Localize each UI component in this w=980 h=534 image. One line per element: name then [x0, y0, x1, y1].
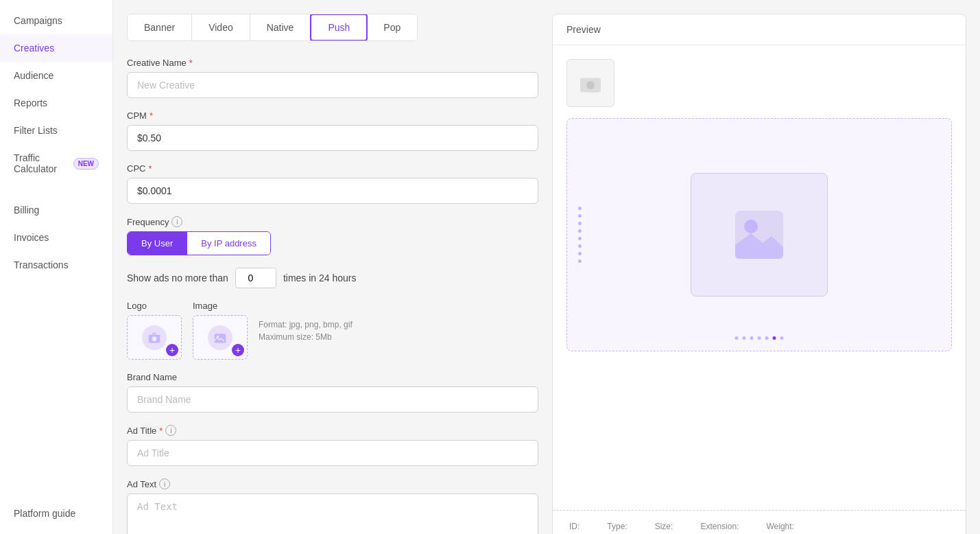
- tab-push[interactable]: Push: [310, 14, 368, 41]
- info-col-weight: Weight:: [766, 522, 793, 534]
- sidebar-item-platform-guide[interactable]: Platform guide: [0, 500, 112, 527]
- ad-title-field: Ad Title * i: [127, 425, 538, 466]
- preview-title: Preview: [553, 14, 966, 45]
- cpm-required-star: *: [150, 111, 153, 121]
- sidebar-item-transactions[interactable]: Transactions: [0, 251, 112, 279]
- svg-point-7: [744, 220, 758, 233]
- cpm-input[interactable]: [127, 125, 538, 151]
- required-star: *: [189, 58, 193, 68]
- info-col-type: Type:: [607, 522, 627, 534]
- preview-main-image: [566, 118, 952, 351]
- sidebar-item-campaigns[interactable]: Campaigns: [0, 7, 112, 34]
- preview-body: [553, 45, 966, 511]
- cpm-field: CPM *: [127, 111, 538, 151]
- creative-name-input[interactable]: [127, 72, 538, 98]
- logo-upload-plus[interactable]: +: [166, 344, 178, 356]
- frequency-toggle: By User By IP address: [127, 231, 271, 255]
- ad-title-required-star: *: [159, 426, 163, 436]
- sidebar-item-billing[interactable]: Billing: [0, 196, 112, 224]
- sidebar-item-creatives[interactable]: Creatives: [0, 34, 112, 62]
- show-ads-row: Show ads no more than times in 24 hours: [127, 268, 538, 288]
- upload-format-info: Format: jpg, png, bmp, gif Maximum size:…: [259, 320, 352, 342]
- sidebar-item-traffic-calculator[interactable]: Traffic Calculator NEW: [0, 144, 112, 183]
- preview-logo-box: [566, 59, 614, 107]
- tab-native[interactable]: Native: [250, 14, 311, 40]
- main-content: Banner Video Native Push Pop Creative Na…: [113, 0, 980, 534]
- info-col-extension: Extension:: [700, 522, 739, 534]
- format-tabs: Banner Video Native Push Pop: [127, 14, 418, 41]
- preview-logo-icon: [578, 71, 603, 95]
- sidebar-item-invoices[interactable]: Invoices: [0, 224, 112, 251]
- ad-text-input[interactable]: [127, 494, 538, 534]
- sidebar: Campaigns Creatives Audience Reports Fil…: [0, 0, 113, 534]
- tab-video[interactable]: Video: [192, 14, 250, 40]
- show-ads-count-input[interactable]: [235, 268, 276, 288]
- sidebar-item-filter-lists[interactable]: Filter Lists: [0, 117, 112, 144]
- ad-text-field: Ad Text i: [127, 478, 538, 534]
- camera-icon: [147, 331, 161, 345]
- tab-banner[interactable]: Banner: [128, 14, 192, 40]
- freq-by-ip[interactable]: By IP address: [187, 232, 270, 255]
- ad-text-info-icon[interactable]: i: [159, 478, 170, 489]
- info-col-id: ID:: [569, 522, 579, 534]
- logo-upload-group: Logo +: [127, 301, 182, 360]
- preview-image-icon: [732, 207, 787, 262]
- cpc-required-star: *: [148, 163, 152, 174]
- image-upload-box[interactable]: +: [193, 315, 248, 360]
- preview-panel: Preview: [552, 14, 966, 534]
- cpc-input[interactable]: [127, 178, 538, 204]
- sidebar-item-audience[interactable]: Audience: [0, 62, 112, 89]
- freq-by-user[interactable]: By User: [128, 232, 187, 255]
- brand-name-field: Brand Name: [127, 372, 538, 413]
- frequency-info-icon[interactable]: i: [171, 216, 182, 227]
- cpc-field: CPC *: [127, 163, 538, 204]
- sidebar-item-reports[interactable]: Reports: [0, 89, 112, 117]
- image-icon: [213, 331, 227, 345]
- form-panel: Banner Video Native Push Pop Creative Na…: [127, 14, 538, 534]
- info-col-size: Size: -: [655, 522, 673, 534]
- ad-title-input[interactable]: [127, 440, 538, 466]
- brand-name-input[interactable]: [127, 386, 538, 413]
- logo-upload-box[interactable]: +: [127, 315, 182, 360]
- preview-image-placeholder: [691, 173, 828, 297]
- ad-title-info-icon[interactable]: i: [165, 425, 176, 436]
- image-upload-plus[interactable]: +: [232, 344, 244, 356]
- creative-name-field: Creative Name *: [127, 58, 538, 98]
- preview-dots-left: [578, 207, 582, 263]
- image-upload-group: Image +: [193, 301, 248, 360]
- preview-dots-bottom: [735, 336, 784, 340]
- info-table: ID: Type: Size: - Extension: Weight:: [553, 511, 966, 534]
- frequency-field: Frequency i By User By IP address: [127, 216, 538, 255]
- new-badge: NEW: [73, 158, 99, 170]
- svg-point-5: [586, 81, 595, 89]
- svg-point-1: [152, 336, 157, 341]
- tab-pop[interactable]: Pop: [367, 14, 417, 40]
- upload-section: Logo +: [127, 301, 538, 360]
